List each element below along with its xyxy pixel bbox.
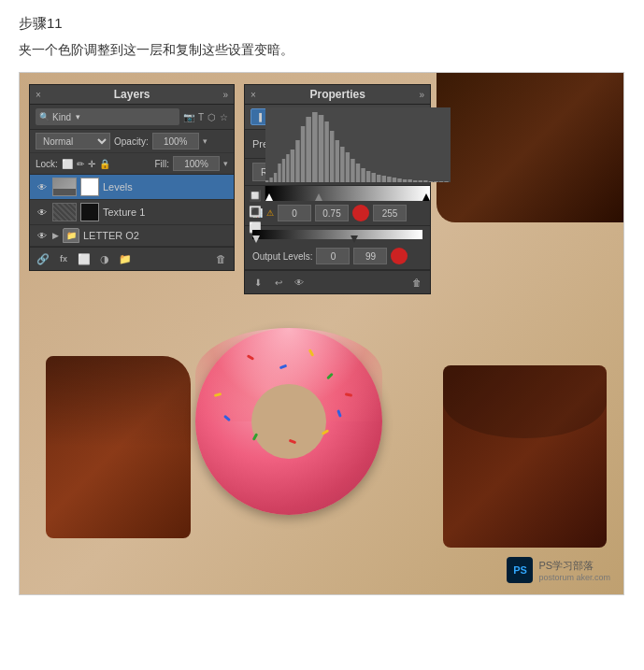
watermark-text: PS学习部落 postorum aker.com [538,559,610,582]
lock-draw-icon[interactable]: ✏ [77,159,84,169]
donut [195,328,382,515]
svg-rect-34 [434,181,437,182]
lock-label: Lock: [36,159,58,169]
svg-rect-9 [301,126,305,182]
layer-visibility-levels[interactable]: 👁 [36,180,49,193]
layer-filter-smart[interactable]: ☆ [220,112,228,122]
lock-all-icon[interactable]: ⬜ [62,159,73,169]
watermark: PS PS学习部落 postorum aker.com [507,557,610,583]
layers-panel: × Layers » 🔍 Kind ▾ 📷 T ⬡ ☆ Norm [29,84,235,271]
histogram-content [265,186,430,201]
layer-name-folder: LETTER O2 [83,230,228,241]
svg-rect-36 [444,181,448,182]
svg-rect-20 [361,168,365,182]
output-levels-row: Output Levels: 0 99 [245,243,430,270]
mid-red-indicator [352,205,369,221]
opacity-label: Opacity: [114,136,149,147]
clip-to-layer-icon[interactable]: ⬇ [250,275,265,290]
output-levels-label: Output Levels: [252,251,312,262]
kind-filter[interactable]: 🔍 Kind ▾ [36,108,179,125]
svg-rect-17 [346,152,350,182]
layer-visibility-folder[interactable]: 👁 [36,229,49,242]
folder-expand-icon[interactable]: ▶ [52,231,59,240]
fill-value[interactable]: 100% [173,156,220,171]
black-point-input[interactable]: 0 [278,205,311,221]
properties-panel: × Properties » ▐ ⬛ Levels Preset: Custom… [244,84,431,294]
svg-rect-24 [382,176,386,182]
panel-expand-icon[interactable]: » [222,90,228,100]
lock-move-icon[interactable]: ✛ [88,159,95,169]
layers-panel-header: × Layers » [30,85,234,105]
svg-rect-14 [330,131,334,182]
output-red-indicator [391,248,408,264]
layer-visibility-texture[interactable]: 👁 [36,206,49,219]
letter-2 [46,356,191,538]
mask-icon[interactable]: ⬜ [77,251,92,266]
svg-rect-27 [397,178,401,182]
mid-point-thumb[interactable] [315,193,322,201]
opacity-value[interactable]: 100% [152,133,199,150]
svg-rect-32 [423,180,427,182]
svg-rect-10 [306,117,311,182]
svg-rect-16 [340,147,344,182]
layer-item-texture[interactable]: 👁 Texture 1 [30,200,234,225]
layer-mask-texture [80,203,99,221]
layers-search-row: 🔍 Kind ▾ 📷 T ⬡ ☆ [30,105,234,130]
svg-rect-12 [319,115,324,182]
fx-icon[interactable]: fx [56,251,71,266]
eyedropper-black-tool[interactable]: 🔲 [248,190,263,202]
svg-rect-18 [351,159,354,182]
output-white-input[interactable]: 99 [353,248,387,264]
layer-filter-icon[interactable]: 📷 [183,112,194,122]
warning-icon: ⚠ [266,208,274,218]
svg-rect-6 [286,154,289,182]
black-point-thumb[interactable] [265,193,273,201]
svg-rect-21 [366,171,370,182]
svg-rect-2 [269,178,272,182]
eyedropper-mid-tool[interactable]: 🔳 [248,206,263,218]
white-point-input[interactable]: 255 [373,205,407,221]
folder-new-icon[interactable]: 📁 [118,251,133,266]
blend-mode-select[interactable]: Normal [36,133,110,150]
layer-thumb-texture [52,203,77,221]
svg-rect-1 [265,180,268,182]
lock-fill-row: Lock: ⬜ ✏ ✛ 🔒 Fill: 100% ▾ [30,153,234,175]
input-values-row: 📊 ⚠ 0 0.75 255 [245,201,430,226]
output-black-thumb[interactable] [252,235,260,243]
svg-rect-29 [408,179,411,182]
layer-filter-shape[interactable]: ⬡ [208,112,216,122]
refresh-icon[interactable]: ↩ [271,275,286,290]
adjustment-icon[interactable]: ◑ [97,251,112,266]
layer-item-levels[interactable]: 👁 Levels [30,175,234,200]
svg-rect-8 [295,140,299,182]
layer-filter-type[interactable]: T [198,112,204,122]
layer-thumb-levels [52,178,77,196]
ps-logo: PS [507,557,533,583]
svg-rect-3 [274,173,277,182]
properties-expand-icon[interactable]: » [419,90,424,100]
fill-label: Fill: [154,159,169,169]
svg-rect-28 [403,179,407,182]
output-gradient-bar [252,230,422,239]
panel-close-icon[interactable]: × [36,90,41,100]
layer-item-folder[interactable]: 👁 ▶ 📁 LETTER O2 [30,225,234,247]
link-icon[interactable]: 🔗 [36,251,50,266]
eye-preview-icon[interactable]: 👁 [292,275,307,290]
svg-rect-11 [312,112,318,182]
properties-panel-footer: ⬇ ↩ 👁 🗑 [245,270,430,293]
svg-rect-13 [324,121,328,182]
delete-icon[interactable]: 🗑 [213,251,228,266]
svg-rect-23 [377,175,380,182]
svg-rect-22 [371,173,375,182]
description: 夹一个色阶调整到这一层和复制这些设置变暗。 [19,42,625,59]
svg-rect-30 [413,180,417,182]
white-point-thumb[interactable] [422,193,430,201]
delete-adjustment-icon[interactable]: 🗑 [409,275,424,290]
input-gradient-bar [265,186,430,201]
layer-mask-levels [80,178,99,196]
output-white-thumb[interactable] [351,235,358,243]
output-black-input[interactable]: 0 [316,248,350,264]
properties-close-icon[interactable]: × [250,90,256,100]
mid-point-input[interactable]: 0.75 [315,205,349,221]
lock-position-icon[interactable]: 🔒 [99,159,110,169]
